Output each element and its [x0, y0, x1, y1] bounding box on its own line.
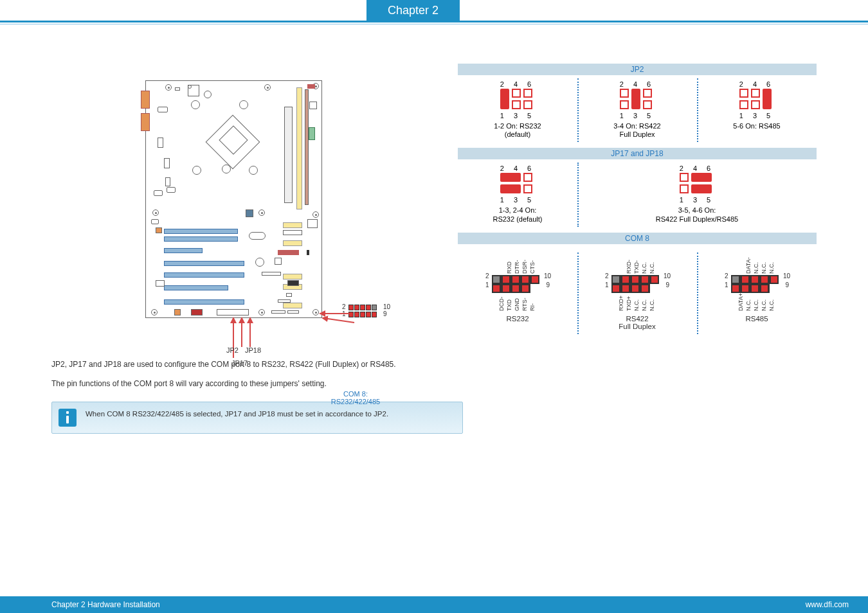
com8-panel-header: COM 8 — [458, 233, 817, 244]
pin-9-label: 9 — [383, 310, 387, 317]
jp2-opt2-jumper-diagram — [620, 88, 655, 110]
motherboard-diagram: 2 1 10 9 JP2 JP18 JP17 — [145, 80, 338, 318]
chapter-tab: Chapter 2 — [366, 0, 460, 22]
pin-2-label: 2 — [342, 303, 346, 310]
jp2-opt2-desc: 3-4 On: RS422Full Duplex — [577, 122, 697, 139]
jp18-callout-label: JP18 — [245, 346, 261, 354]
com8-rs422-pinout: x RXD- TXD- N.C. N.C. 2 1 — [606, 254, 668, 330]
jp2-opt3-botrow: 1 3 5 — [697, 112, 817, 120]
jp17-opt1-toprow: 2 4 6 — [458, 164, 577, 172]
jp2-opt1-toprow: 2 4 6 — [458, 80, 577, 88]
note-box: When COM 8 RS232/422/485 is selected, JP… — [51, 402, 463, 434]
com8-rs232-pinout: x RXD DTR- DSR- CTS- 2 1 — [487, 254, 548, 323]
jp2-opt3-desc: 5-6 On: RS485 — [697, 122, 817, 130]
jp2-opt3-jumper-diagram — [739, 88, 774, 110]
jp17-opt2-toprow: 2 4 6 — [577, 164, 817, 172]
jp17-opt1-desc: 1-3, 2-4 On:RS232 (default) — [458, 206, 577, 223]
jp17-callout-label: JP17 — [231, 359, 248, 367]
jp2-opt2-botrow: 1 3 5 — [577, 112, 697, 120]
jp17-opt1-botrow: 1 3 5 — [458, 196, 577, 204]
jp2-opt1-jumper-diagram — [500, 88, 535, 110]
jp2-callout-label: JP2 — [226, 346, 239, 354]
paragraph-2: The pin functions of the COM port 8 will… — [51, 379, 432, 389]
jp17-opt2-jumper-diagram — [680, 172, 714, 194]
jp2-opt3-toprow: 2 4 6 — [697, 80, 817, 88]
com8-callout-label: COM 8: RS232/422/485 — [320, 390, 391, 405]
info-icon — [59, 409, 77, 427]
jp2-opt1-botrow: 1 3 5 — [458, 112, 577, 120]
pin-1-label: 1 — [342, 310, 346, 317]
pin-10-label: 10 — [383, 303, 390, 310]
jp2-opt2-toprow: 2 4 6 — [577, 80, 697, 88]
top-stripe: Chapter 2 — [0, 0, 868, 22]
footer-bar: Chapter 2 Hardware Installation www.dfi.… — [0, 596, 868, 613]
jp17-opt2-botrow: 1 3 5 — [577, 196, 817, 204]
com8-rs485-pinout: x DATA- N.C. N.C. N.C. 2 1 — [726, 254, 788, 323]
footer-left: Chapter 2 Hardware Installation — [51, 600, 160, 609]
jp17-opt1-jumper-diagram — [500, 172, 535, 194]
jp2-opt1-desc: 1-2 On: RS232(default) — [458, 122, 577, 139]
note-text: When COM 8 RS232/422/485 is selected, JP… — [86, 409, 388, 419]
footer-right: www.dfi.com — [806, 600, 849, 609]
jp17-18-panel-header: JP17 and JP18 — [458, 148, 817, 159]
jp2-panel-header: JP2 — [458, 64, 817, 75]
jp17-opt2-desc: 3-5, 4-6 On:RS422 Full Duplex/RS485 — [577, 206, 817, 223]
